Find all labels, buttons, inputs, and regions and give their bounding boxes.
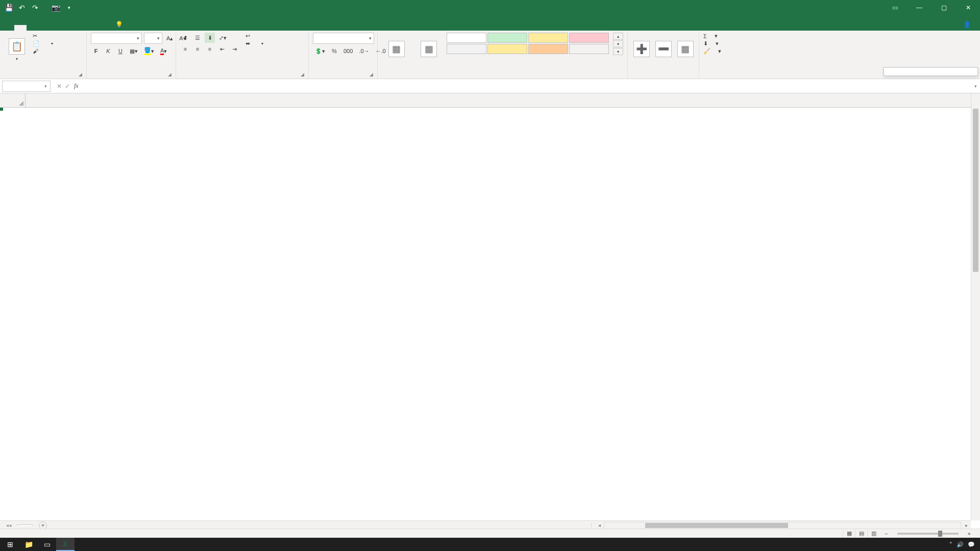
sheet-tab-1[interactable]: [17, 524, 33, 526]
styles-more-icon[interactable]: ▾: [613, 48, 623, 55]
increase-font-icon[interactable]: A▴: [164, 33, 175, 43]
qat-dropdown-icon[interactable]: ▾: [64, 3, 74, 12]
fill-button[interactable]: ⬇ ▾: [703, 40, 721, 47]
comma-icon[interactable]: 000: [341, 46, 355, 56]
orientation-icon[interactable]: ⤢▾: [217, 33, 229, 43]
expand-formula-bar-icon[interactable]: ▾: [971, 84, 980, 89]
italic-button[interactable]: K: [103, 46, 113, 56]
format-as-table-button[interactable]: ▦: [414, 33, 444, 66]
horizontal-scrollbar[interactable]: [604, 522, 961, 529]
style-schlecht[interactable]: [569, 33, 609, 43]
border-button[interactable]: ▦▾: [128, 46, 140, 56]
paste-button[interactable]: 📋 ▾: [4, 33, 30, 66]
decrease-indent-icon[interactable]: ⇤: [217, 44, 227, 54]
save-icon[interactable]: 💾: [4, 3, 13, 12]
insert-cells-button[interactable]: ➕: [632, 33, 651, 66]
undo-icon[interactable]: ↶: [17, 3, 27, 12]
redo-icon[interactable]: ↷: [31, 3, 40, 12]
start-button[interactable]: ⊞: [1, 538, 19, 551]
align-bottom-icon[interactable]: ⬇: [205, 33, 215, 43]
dialog-launcher-icon[interactable]: ◢: [168, 72, 172, 77]
zoom-slider[interactable]: [897, 533, 959, 535]
name-box[interactable]: ▾: [2, 81, 51, 92]
format-cells-button[interactable]: ▦: [676, 33, 695, 66]
styles-scroll-up-icon[interactable]: ▴: [613, 33, 623, 40]
action-center-icon[interactable]: 💬: [968, 541, 975, 548]
format-painter-button[interactable]: 🖌: [33, 48, 53, 54]
align-right-icon[interactable]: ≡: [205, 44, 215, 54]
align-middle-icon[interactable]: ☰: [192, 33, 203, 43]
tray-chevron-icon[interactable]: ˄: [949, 541, 952, 548]
fill-color-button[interactable]: 🪣▾: [142, 46, 156, 56]
font-name-combo[interactable]: ▾: [91, 33, 142, 44]
merge-center-button[interactable]: ⬌ ▾: [246, 40, 263, 47]
zoom-knob[interactable]: [938, 531, 942, 537]
fx-icon[interactable]: fx: [74, 82, 82, 90]
align-center-icon[interactable]: ≡: [192, 44, 203, 54]
dialog-launcher-icon[interactable]: ◢: [370, 72, 373, 77]
volume-icon[interactable]: 🔊: [957, 541, 964, 548]
tab-review[interactable]: [76, 25, 88, 31]
camera-icon[interactable]: 📷: [51, 3, 60, 12]
hscroll-right-icon[interactable]: ▸: [962, 522, 971, 528]
cell-styles-gallery[interactable]: [447, 33, 609, 54]
tab-file[interactable]: [2, 25, 14, 31]
currency-icon[interactable]: 💲▾: [313, 46, 327, 56]
share-button[interactable]: 👤: [957, 18, 980, 31]
percent-icon[interactable]: %: [329, 46, 339, 56]
copy-button[interactable]: 📄 ▾: [33, 40, 53, 47]
minimize-button[interactable]: —: [908, 0, 931, 15]
zoom-in-button[interactable]: +: [963, 531, 976, 537]
number-format-combo[interactable]: ▾: [313, 33, 374, 44]
dialog-launcher-icon[interactable]: ◢: [301, 72, 304, 77]
maximize-button[interactable]: ▢: [932, 0, 955, 15]
tell-me-search[interactable]: 💡: [110, 18, 131, 31]
dialog-launcher-icon[interactable]: ◢: [79, 72, 82, 77]
hscroll-left-icon[interactable]: ◂: [595, 522, 604, 528]
page-break-view-icon[interactable]: ▥: [867, 530, 879, 538]
file-explorer-icon[interactable]: 📁: [19, 538, 38, 551]
system-tray[interactable]: ˄ 🔊 💬: [949, 541, 979, 548]
align-top-icon[interactable]: ⬆: [180, 33, 190, 43]
style-gut[interactable]: [487, 33, 527, 43]
hscroll-thumb[interactable]: [645, 523, 788, 528]
grid-rows[interactable]: [0, 108, 971, 520]
formula-input[interactable]: [82, 81, 971, 92]
ribbon-display-options-icon[interactable]: ▭: [883, 0, 906, 15]
tab-data[interactable]: [63, 25, 76, 31]
styles-scroll-down-icon[interactable]: ▾: [613, 40, 623, 47]
vscroll-thumb[interactable]: [973, 109, 978, 272]
cancel-formula-icon[interactable]: ✕: [57, 83, 62, 90]
tab-page-layout[interactable]: [39, 25, 51, 31]
taskview-icon[interactable]: ▭: [38, 538, 56, 551]
style-explanatory[interactable]: [569, 44, 609, 54]
style-berechnung[interactable]: [487, 44, 527, 54]
zoom-out-button[interactable]: −: [879, 531, 893, 537]
cut-button[interactable]: ✂: [33, 33, 53, 39]
vertical-scrollbar[interactable]: [971, 93, 980, 520]
conditional-formatting-button[interactable]: ▦: [382, 33, 411, 66]
tab-formulas[interactable]: [51, 25, 63, 31]
increase-indent-icon[interactable]: ⇥: [229, 44, 239, 54]
align-left-icon[interactable]: ≡: [180, 44, 190, 54]
style-eingabe[interactable]: [528, 44, 568, 54]
bold-button[interactable]: F: [91, 46, 101, 56]
normal-view-icon[interactable]: ▦: [843, 530, 855, 538]
font-color-button[interactable]: A▾: [158, 46, 169, 56]
style-neutral[interactable]: [528, 33, 568, 43]
tab-view[interactable]: [88, 25, 100, 31]
enter-formula-icon[interactable]: ✓: [65, 83, 70, 90]
underline-button[interactable]: U: [115, 46, 126, 56]
sheet-nav-buttons[interactable]: ◂▸: [3, 522, 15, 528]
page-layout-view-icon[interactable]: ▤: [855, 530, 867, 538]
clear-button[interactable]: 🧹 ▾: [703, 48, 721, 55]
tab-insert[interactable]: [27, 25, 39, 31]
tab-home[interactable]: [14, 25, 27, 31]
delete-cells-button[interactable]: ➖: [654, 33, 673, 66]
autosum-button[interactable]: Σ ▾: [703, 33, 721, 39]
style-ausgabe[interactable]: [447, 44, 486, 54]
close-button[interactable]: ✕: [957, 0, 980, 15]
excel-taskbar-icon[interactable]: X: [56, 538, 75, 551]
increase-decimal-icon[interactable]: .0→: [357, 46, 371, 56]
select-all-corner[interactable]: [0, 93, 26, 107]
